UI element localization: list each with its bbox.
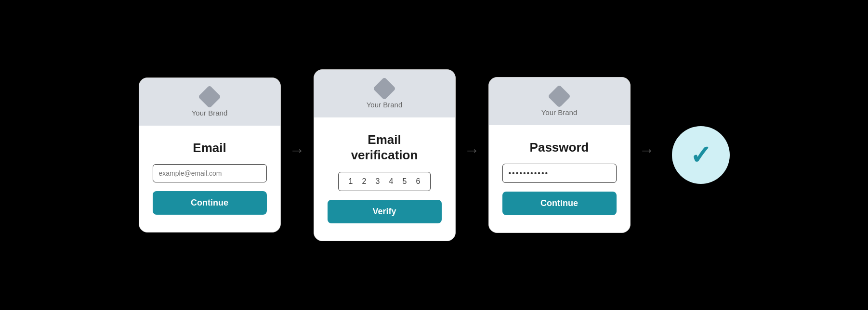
otp-input-container[interactable]: 1 2 3 4 5 6 bbox=[338, 172, 431, 191]
email-card-body: Email Continue bbox=[139, 126, 280, 232]
otp-digit-1: 1 bbox=[345, 177, 356, 186]
verification-card-body: Emailverification 1 2 3 4 5 6 Verify bbox=[314, 117, 455, 241]
password-continue-button[interactable]: Continue bbox=[502, 192, 617, 215]
email-continue-button[interactable]: Continue bbox=[153, 191, 267, 215]
flow-container: Your Brand Email Continue → Your Brand E… bbox=[139, 69, 730, 241]
brand-name-label: Your Brand bbox=[541, 108, 578, 116]
email-screen-card: Your Brand Email Continue bbox=[139, 78, 281, 233]
brand-logo-icon bbox=[548, 85, 571, 108]
checkmark-icon: ✓ bbox=[690, 142, 711, 168]
verification-screen-card: Your Brand Emailverification 1 2 3 4 5 6… bbox=[314, 69, 456, 241]
brand-name-label: Your Brand bbox=[192, 109, 228, 117]
password-screen-card: Your Brand Password Continue bbox=[488, 77, 631, 233]
arrow-3: → bbox=[639, 142, 655, 158]
otp-digit-5: 5 bbox=[399, 177, 410, 186]
verify-button[interactable]: Verify bbox=[328, 200, 442, 223]
brand-logo-icon bbox=[373, 77, 396, 100]
otp-digit-2: 2 bbox=[359, 177, 369, 186]
arrow-1: → bbox=[289, 142, 305, 158]
verification-card-header: Your Brand bbox=[314, 70, 455, 117]
brand-name-label: Your Brand bbox=[367, 101, 403, 109]
verification-screen-title: Emailverification bbox=[351, 132, 418, 163]
otp-digit-6: 6 bbox=[413, 177, 423, 186]
success-indicator: ✓ bbox=[672, 126, 730, 184]
password-card-body: Password Continue bbox=[489, 125, 630, 233]
otp-digit-3: 3 bbox=[372, 177, 383, 186]
arrow-2: → bbox=[464, 142, 480, 158]
password-input[interactable] bbox=[502, 164, 617, 183]
email-card-header: Your Brand bbox=[139, 78, 280, 126]
brand-logo-icon bbox=[198, 85, 221, 108]
email-screen-title: Email bbox=[193, 140, 226, 156]
email-input[interactable] bbox=[153, 164, 267, 182]
password-card-header: Your Brand bbox=[489, 78, 630, 125]
otp-digit-4: 4 bbox=[386, 177, 396, 186]
password-screen-title: Password bbox=[530, 140, 589, 155]
